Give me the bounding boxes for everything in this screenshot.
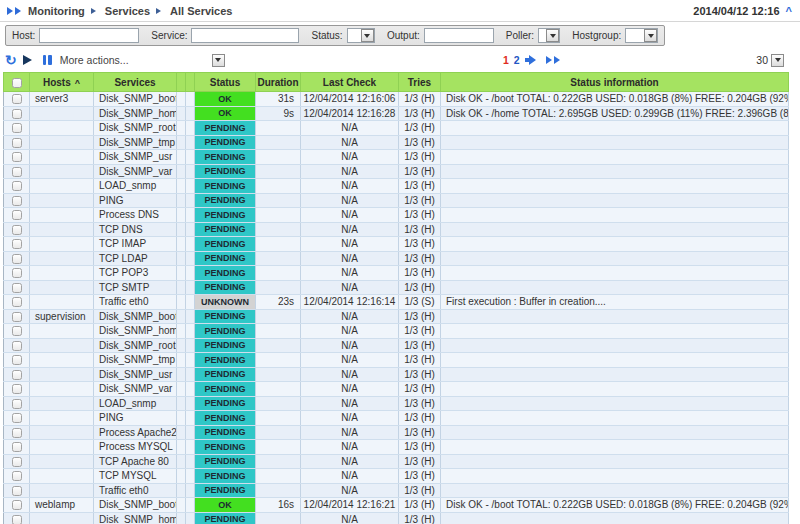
service-cell[interactable]: Disk_SNMP_tmp (94, 135, 177, 150)
service-cell[interactable]: PING (94, 193, 177, 208)
row-checkbox[interactable] (12, 326, 22, 336)
column-header-tries[interactable]: Tries (399, 73, 441, 92)
service-cell[interactable]: Traffic eth0 (94, 483, 177, 498)
dropdown-arrow-icon[interactable] (546, 29, 559, 42)
page-size-select[interactable]: 30 (756, 54, 784, 67)
row-checkbox[interactable] (12, 341, 22, 351)
service-cell[interactable]: Disk_SNMP_usr (94, 367, 177, 382)
service-cell[interactable]: Process Apache2 (94, 425, 177, 440)
host-cell[interactable] (30, 150, 94, 165)
host-cell[interactable]: weblamp (30, 498, 94, 513)
service-cell[interactable]: TCP MYSQL (94, 469, 177, 484)
host-cell[interactable] (30, 483, 94, 498)
host-filter-input[interactable] (39, 28, 139, 43)
column-header-status[interactable]: Status (195, 73, 256, 92)
service-cell[interactable]: TCP POP3 (94, 266, 177, 281)
row-checkbox[interactable] (12, 297, 22, 307)
select-all-checkbox[interactable] (12, 78, 22, 88)
host-cell[interactable] (30, 324, 94, 339)
dropdown-arrow-icon[interactable] (771, 54, 784, 67)
service-filter-input[interactable] (191, 28, 299, 43)
breadcrumb-monitoring[interactable]: Monitoring (28, 5, 85, 17)
last-page-icon[interactable] (546, 56, 562, 64)
host-cell[interactable]: supervision (30, 309, 94, 324)
host-cell[interactable] (30, 454, 94, 469)
service-cell[interactable]: LOAD_snmp (94, 179, 177, 194)
page-number-2[interactable]: 2 (514, 54, 520, 66)
host-cell[interactable] (30, 251, 94, 266)
service-cell[interactable]: LOAD_snmp (94, 396, 177, 411)
service-cell[interactable]: TCP IMAP (94, 237, 177, 252)
host-cell[interactable] (30, 222, 94, 237)
host-cell[interactable] (30, 353, 94, 368)
row-checkbox[interactable] (12, 225, 22, 235)
pause-icon[interactable] (43, 55, 52, 65)
row-checkbox[interactable] (12, 167, 22, 177)
breadcrumb-services[interactable]: Services (105, 5, 150, 17)
breadcrumb-all-services[interactable]: All Services (170, 5, 232, 17)
host-cell[interactable] (30, 338, 94, 353)
host-cell[interactable] (30, 266, 94, 281)
host-cell[interactable] (30, 382, 94, 397)
service-cell[interactable]: Disk_SNMP_home (94, 324, 177, 339)
host-cell[interactable] (30, 425, 94, 440)
poller-filter-select[interactable] (538, 28, 560, 43)
next-page-icon[interactable] (525, 55, 541, 65)
service-cell[interactable]: Process DNS (94, 208, 177, 223)
host-cell[interactable] (30, 469, 94, 484)
column-header-status-information[interactable]: Status information (441, 73, 789, 92)
refresh-icon[interactable]: ↻ (5, 53, 17, 67)
host-cell[interactable] (30, 512, 94, 524)
service-cell[interactable]: Disk_SNMP_usr (94, 150, 177, 165)
service-cell[interactable]: TCP SMTP (94, 280, 177, 295)
row-checkbox[interactable] (12, 442, 22, 452)
row-checkbox[interactable] (12, 457, 22, 467)
service-cell[interactable]: Disk_SNMP_var (94, 382, 177, 397)
host-cell[interactable] (30, 440, 94, 455)
host-cell[interactable] (30, 106, 94, 121)
host-cell[interactable] (30, 411, 94, 426)
service-cell[interactable]: Disk_SNMP_var (94, 164, 177, 179)
service-cell[interactable]: Disk_SNMP_boot (94, 92, 177, 107)
host-cell[interactable] (30, 367, 94, 382)
service-cell[interactable]: Disk_SNMP_boot (94, 309, 177, 324)
column-header-hosts[interactable]: Hosts^ (30, 73, 94, 92)
row-checkbox[interactable] (12, 355, 22, 365)
row-checkbox[interactable] (12, 138, 22, 148)
hostgroup-filter-select[interactable] (625, 28, 658, 43)
row-checkbox[interactable] (12, 486, 22, 496)
host-cell[interactable] (30, 121, 94, 136)
row-checkbox[interactable] (12, 399, 22, 409)
dropdown-arrow-icon[interactable] (212, 54, 225, 67)
row-checkbox[interactable] (12, 239, 22, 249)
play-icon[interactable] (23, 55, 37, 65)
row-checkbox[interactable] (12, 268, 22, 278)
row-checkbox[interactable] (12, 413, 22, 423)
row-checkbox[interactable] (12, 94, 22, 104)
row-checkbox[interactable] (12, 312, 22, 322)
service-cell[interactable]: Disk_SNMP_home (94, 512, 177, 524)
service-cell[interactable]: Disk_SNMP_boot (94, 498, 177, 513)
row-checkbox[interactable] (12, 123, 22, 133)
collapse-header-icon[interactable]: ^ (786, 5, 792, 17)
service-cell[interactable]: PING (94, 411, 177, 426)
host-cell[interactable] (30, 396, 94, 411)
row-checkbox[interactable] (12, 109, 22, 119)
row-checkbox[interactable] (12, 254, 22, 264)
service-cell[interactable]: TCP LDAP (94, 251, 177, 266)
row-checkbox[interactable] (12, 283, 22, 293)
row-checkbox[interactable] (12, 152, 22, 162)
row-checkbox[interactable] (12, 370, 22, 380)
column-header-last-check[interactable]: Last Check (301, 73, 399, 92)
host-cell[interactable] (30, 135, 94, 150)
row-checkbox[interactable] (12, 428, 22, 438)
host-cell[interactable]: server3 (30, 92, 94, 107)
more-actions-select[interactable]: More actions... (60, 54, 225, 67)
row-checkbox[interactable] (12, 210, 22, 220)
host-cell[interactable] (30, 179, 94, 194)
service-cell[interactable]: Disk_SNMP_root (94, 121, 177, 136)
host-cell[interactable] (30, 193, 94, 208)
host-cell[interactable] (30, 280, 94, 295)
service-cell[interactable]: Process MYSQL (94, 440, 177, 455)
output-filter-input[interactable] (424, 28, 494, 43)
